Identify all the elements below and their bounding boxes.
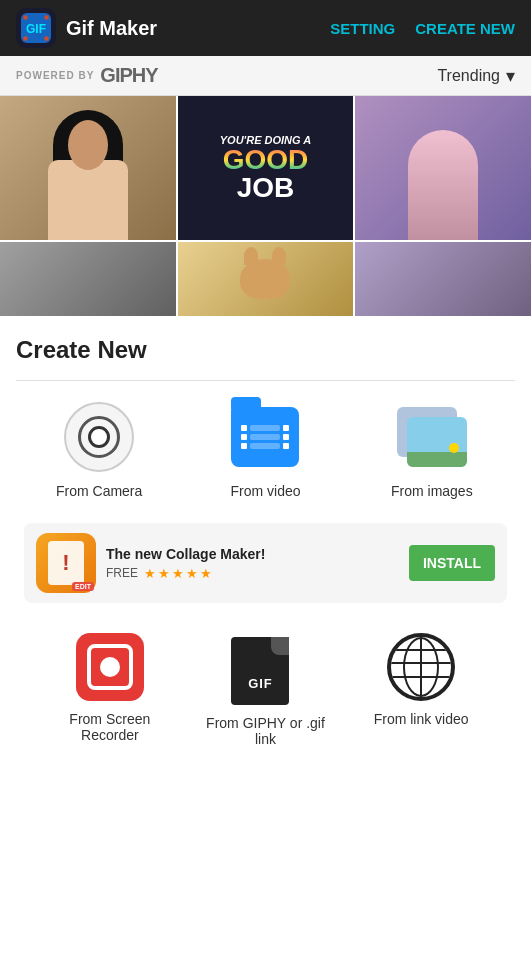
camera-icon-inner: [78, 416, 120, 458]
globe-icon: [387, 633, 455, 701]
gif-cell-2[interactable]: YOU'RE DOING A GOOD JOB: [178, 96, 354, 240]
screen-rec-dot: [100, 657, 120, 677]
svg-point-4: [23, 36, 28, 41]
film-strip-1: [241, 425, 289, 431]
chevron-down-icon: ▾: [506, 65, 515, 87]
video-label: From video: [230, 483, 300, 499]
from-giphy-option[interactable]: GIF From GIPHY or .gif link: [205, 633, 325, 747]
header-navigation: SETTING CREATE NEW: [330, 20, 515, 37]
camera-icon: [63, 401, 135, 473]
video-folder-icon: [229, 401, 301, 473]
ad-edit-badge: EDIT: [72, 582, 94, 591]
create-new-nav-item[interactable]: CREATE NEW: [415, 20, 515, 37]
screen-recorder-icon: [76, 633, 144, 701]
video-folder: [231, 407, 299, 467]
star-3: ★: [172, 566, 184, 581]
images-label: From images: [391, 483, 473, 499]
film-strips: [241, 425, 289, 449]
link-video-label: From link video: [374, 711, 469, 727]
options-grid: From Camera: [16, 401, 515, 499]
from-images-option[interactable]: From images: [372, 401, 492, 499]
from-video-option[interactable]: From video: [205, 401, 325, 499]
app-header: GIF Gif Maker SETTING CREATE NEW: [0, 0, 531, 56]
ad-exclaim: !: [62, 550, 69, 576]
setting-nav-item[interactable]: SETTING: [330, 20, 395, 37]
powered-by-text: POWERED BY: [16, 70, 94, 81]
svg-point-2: [23, 15, 28, 20]
images-icon-wrap: [397, 407, 467, 467]
images-icon: [396, 401, 468, 473]
gif-cell-1[interactable]: [0, 96, 176, 240]
camera-label: From Camera: [56, 483, 142, 499]
app-title: Gif Maker: [66, 17, 330, 40]
create-new-title: Create New: [16, 336, 515, 364]
screen-rec-border: [87, 644, 133, 690]
trending-dropdown[interactable]: Trending ▾: [437, 65, 515, 87]
image-card-front: [407, 417, 467, 467]
ad-free-row: FREE ★ ★ ★ ★ ★: [106, 566, 399, 581]
gif-cell-4[interactable]: [0, 242, 176, 316]
divider: [16, 380, 515, 381]
globe-inner: [391, 637, 451, 697]
star-1: ★: [144, 566, 156, 581]
ad-free-label: FREE: [106, 566, 138, 580]
gif-cell-5[interactable]: [178, 242, 354, 316]
gif-lady: [0, 96, 176, 240]
star-4: ★: [186, 566, 198, 581]
gif-lady-2: [355, 96, 531, 240]
film-strip-2: [241, 434, 289, 440]
camera-icon-bg: [64, 402, 134, 472]
gif-cell-6[interactable]: [355, 242, 531, 316]
film-strip-3: [241, 443, 289, 449]
giphy-logo: GIPHY: [100, 64, 157, 87]
lady-top: [48, 160, 128, 240]
ad-app-icon: ! EDIT: [36, 533, 96, 593]
job-text: JOB: [220, 174, 311, 202]
svg-text:GIF: GIF: [26, 22, 46, 36]
from-screen-recorder-option[interactable]: From Screen Recorder: [50, 633, 170, 747]
ad-app-icon-inner: !: [48, 541, 84, 585]
gif-doc-body: GIF: [231, 637, 289, 705]
lady-face: [68, 120, 108, 170]
star-2: ★: [158, 566, 170, 581]
trending-bar: POWERED BY GIPHY Trending ▾: [0, 56, 531, 96]
ad-info: The new Collage Maker! FREE ★ ★ ★ ★ ★: [106, 546, 399, 581]
good-text: GOOD: [220, 146, 311, 174]
star-half: ★: [200, 566, 212, 581]
app-logo: GIF: [16, 8, 56, 48]
image-mountain: [407, 437, 467, 467]
globe-oval: [403, 637, 439, 697]
from-link-video-option[interactable]: From link video: [361, 633, 481, 747]
gif-doc-corner: [271, 637, 289, 655]
giphy-label: From GIPHY or .gif link: [205, 715, 325, 747]
bottom-options: From Screen Recorder GIF From GIPHY or .…: [16, 623, 515, 767]
install-button[interactable]: INSTALL: [409, 545, 495, 581]
svg-point-5: [44, 36, 49, 41]
camera-lens: [88, 426, 110, 448]
gif-grid: YOU'RE DOING A GOOD JOB: [0, 96, 531, 316]
svg-point-3: [44, 15, 49, 20]
powered-by: POWERED BY GIPHY: [16, 64, 158, 87]
ad-stars: ★ ★ ★ ★ ★: [144, 566, 212, 581]
trending-label: Trending: [437, 67, 500, 85]
gif-cell-3[interactable]: [355, 96, 531, 240]
gif-doc-text: GIF: [248, 676, 273, 691]
image-sun: [449, 443, 459, 453]
good-job-text: YOU'RE DOING A GOOD JOB: [212, 126, 319, 210]
ad-title: The new Collage Maker!: [106, 546, 399, 562]
gif-doc-icon-wrap: GIF: [231, 633, 299, 705]
screen-recorder-label: From Screen Recorder: [50, 711, 170, 743]
create-new-section: Create New From Camera: [0, 316, 531, 777]
from-camera-option[interactable]: From Camera: [39, 401, 159, 499]
ad-banner: ! EDIT The new Collage Maker! FREE ★ ★ ★…: [24, 523, 507, 603]
